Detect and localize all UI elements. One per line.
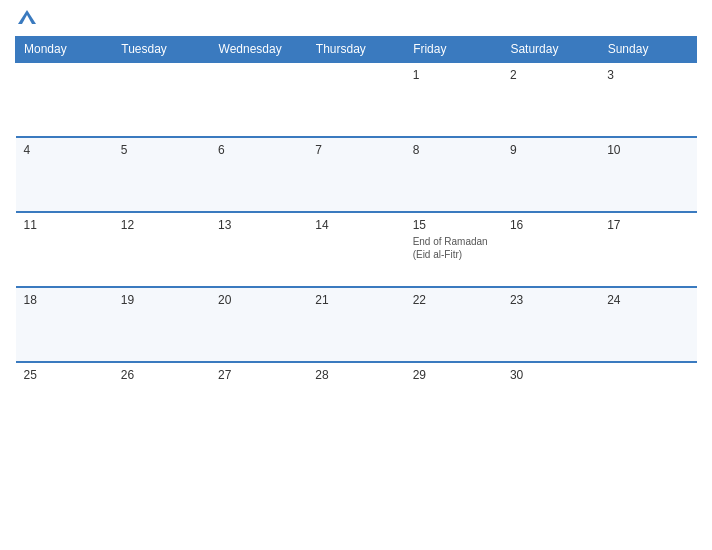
calendar-header [15,10,697,24]
weekday-header-monday: Monday [16,37,113,63]
day-number: 3 [607,68,688,82]
calendar-cell: 30 [502,362,599,437]
logo [15,10,38,24]
weekday-header-wednesday: Wednesday [210,37,307,63]
calendar-cell: 12 [113,212,210,287]
day-number: 29 [413,368,494,382]
day-number: 5 [121,143,202,157]
calendar-table: MondayTuesdayWednesdayThursdayFridaySatu… [15,36,697,437]
calendar-cell: 29 [405,362,502,437]
calendar-cell: 2 [502,62,599,137]
calendar-cell: 7 [307,137,404,212]
day-number: 17 [607,218,688,232]
day-number: 25 [24,368,105,382]
calendar-cell: 6 [210,137,307,212]
calendar-cell: 26 [113,362,210,437]
weekday-header-tuesday: Tuesday [113,37,210,63]
day-number: 28 [315,368,396,382]
calendar-cell: 14 [307,212,404,287]
calendar-cell: 18 [16,287,113,362]
week-row-3: 1112131415End of Ramadan (Eid al-Fitr)16… [16,212,697,287]
day-number: 21 [315,293,396,307]
calendar-cell: 21 [307,287,404,362]
day-number: 14 [315,218,396,232]
day-number: 26 [121,368,202,382]
day-number: 20 [218,293,299,307]
logo-icon [18,10,36,24]
calendar-cell [113,62,210,137]
day-number: 10 [607,143,688,157]
calendar-cell [307,62,404,137]
calendar-cell: 1 [405,62,502,137]
day-number: 18 [24,293,105,307]
day-number: 30 [510,368,591,382]
day-number: 8 [413,143,494,157]
day-number: 2 [510,68,591,82]
day-number: 7 [315,143,396,157]
calendar-cell: 23 [502,287,599,362]
day-number: 22 [413,293,494,307]
week-row-1: 123 [16,62,697,137]
calendar-cell: 22 [405,287,502,362]
calendar-cell: 19 [113,287,210,362]
weekday-header-friday: Friday [405,37,502,63]
weekday-header-row: MondayTuesdayWednesdayThursdayFridaySatu… [16,37,697,63]
day-number: 19 [121,293,202,307]
day-number: 4 [24,143,105,157]
day-number: 12 [121,218,202,232]
weekday-header-sunday: Sunday [599,37,696,63]
day-number: 16 [510,218,591,232]
week-row-2: 45678910 [16,137,697,212]
weekday-header-saturday: Saturday [502,37,599,63]
calendar-cell: 20 [210,287,307,362]
calendar-cell: 4 [16,137,113,212]
day-number: 13 [218,218,299,232]
weekday-header-thursday: Thursday [307,37,404,63]
day-number: 24 [607,293,688,307]
week-row-4: 18192021222324 [16,287,697,362]
calendar-cell: 15End of Ramadan (Eid al-Fitr) [405,212,502,287]
calendar-cell: 24 [599,287,696,362]
day-number: 15 [413,218,494,232]
calendar-cell: 5 [113,137,210,212]
calendar-cell: 13 [210,212,307,287]
day-number: 1 [413,68,494,82]
calendar-cell: 25 [16,362,113,437]
day-number: 23 [510,293,591,307]
event-text: End of Ramadan (Eid al-Fitr) [413,235,494,261]
calendar-cell: 28 [307,362,404,437]
day-number: 6 [218,143,299,157]
calendar-cell: 10 [599,137,696,212]
calendar-cell: 27 [210,362,307,437]
calendar-cell: 11 [16,212,113,287]
day-number: 9 [510,143,591,157]
calendar-cell: 8 [405,137,502,212]
calendar-cell: 9 [502,137,599,212]
day-number: 11 [24,218,105,232]
calendar-cell [599,362,696,437]
calendar-wrapper: MondayTuesdayWednesdayThursdayFridaySatu… [0,0,712,550]
day-number: 27 [218,368,299,382]
calendar-cell [16,62,113,137]
calendar-cell: 16 [502,212,599,287]
calendar-cell: 17 [599,212,696,287]
calendar-cell [210,62,307,137]
week-row-5: 252627282930 [16,362,697,437]
calendar-cell: 3 [599,62,696,137]
